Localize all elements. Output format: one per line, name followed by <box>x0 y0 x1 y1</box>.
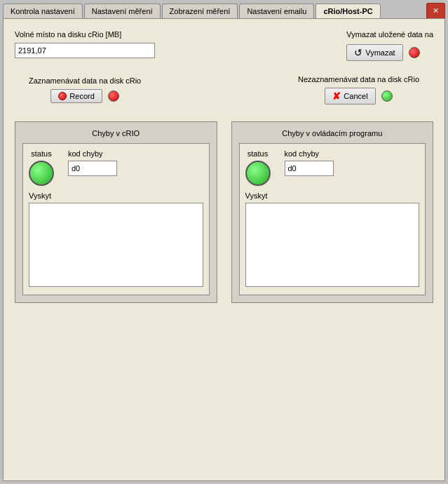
vymazat-row: ↺ Vymazat <box>346 44 419 61</box>
record-group: Zaznamenávat data na disk cRio Record <box>29 76 141 103</box>
x-icon: ✘ <box>332 90 341 102</box>
prog-error-title: Chyby v ovládacím programu <box>239 129 426 137</box>
record-cancel-section: Zaznamenávat data na disk cRio Record Ne… <box>15 75 433 105</box>
tab-kontrola[interactable]: Kontrola nastavení <box>3 4 83 18</box>
tab-zobrazeni-mereni[interactable]: Zobrazení měření <box>162 4 238 18</box>
prog-vyskyt-textarea[interactable] <box>245 203 420 287</box>
tab-nastaveni-mereni[interactable]: Nastavení měření <box>84 4 161 18</box>
record-indicator <box>108 90 119 102</box>
cancel-group: Nezaznamenávat data na disk cRio ✘ Cance… <box>298 75 419 105</box>
record-dot-icon <box>58 92 67 100</box>
crio-vyskyt-label: Vyskyt <box>29 191 203 200</box>
prog-kod-input[interactable] <box>285 161 334 176</box>
vymazat-button[interactable]: ↺ Vymazat <box>346 44 402 61</box>
prog-error-box: Chyby v ovládacím programu status kod ch… <box>231 121 434 303</box>
crio-vyskyt-textarea[interactable] <box>29 203 203 287</box>
crio-error-title: Chyby v cRIO <box>22 129 210 137</box>
prog-error-inner: status kod chyby Vyskyt <box>239 143 426 295</box>
cancel-label: Nezaznamenávat data na disk cRio <box>298 75 419 83</box>
crio-kod-group: kod chyby <box>68 149 117 176</box>
cancel-button[interactable]: ✘ Cancel <box>325 88 375 105</box>
record-button-label: Record <box>69 92 94 100</box>
disk-value-input[interactable] <box>15 43 155 58</box>
cancel-button-label: Cancel <box>344 92 367 100</box>
crio-error-box: Chyby v cRIO status kod chyby Vyskyt <box>15 121 217 303</box>
tab-bar: Kontrola nastavení Nastavení měření Zobr… <box>0 0 448 18</box>
prog-status-label: status <box>247 149 268 158</box>
tab-crio-host[interactable]: cRio/Host-PC <box>315 4 380 18</box>
prog-kod-label: kod chyby <box>285 149 334 158</box>
vymazat-label: Vymazat uložené data na <box>346 30 433 39</box>
crio-kod-label: kod chyby <box>68 149 117 158</box>
prog-status-indicator <box>245 161 271 186</box>
cancel-indicator <box>381 90 393 102</box>
record-btn-row: Record <box>50 89 118 103</box>
errors-section: Chyby v cRIO status kod chyby Vyskyt <box>15 121 433 303</box>
refresh-icon: ↺ <box>354 47 362 58</box>
vymazat-group: Vymazat uložené data na ↺ Vymazat <box>346 30 433 61</box>
main-content: Volné místo na disku cRio [MB] Vymazat u… <box>3 18 445 481</box>
close-tab-button[interactable]: ✕ <box>426 3 445 18</box>
vymazat-indicator <box>409 47 420 58</box>
cancel-btn-row: ✘ Cancel <box>325 88 392 105</box>
record-label: Zaznamenávat data na disk cRio <box>29 76 141 85</box>
crio-status-row: status kod chyby <box>29 149 203 186</box>
crio-status-indicator <box>29 161 54 186</box>
prog-status-row: status kod chyby <box>245 149 420 186</box>
prog-vyskyt-label: Vyskyt <box>245 191 420 200</box>
vymazat-button-label: Vymazat <box>365 48 395 57</box>
prog-kod-group: kod chyby <box>285 149 334 176</box>
top-section: Volné místo na disku cRio [MB] Vymazat u… <box>15 30 433 61</box>
crio-error-inner: status kod chyby Vyskyt <box>22 143 210 295</box>
disk-label: Volné místo na disku cRio [MB] <box>15 30 155 39</box>
crio-status-label: status <box>31 149 51 158</box>
crio-kod-input[interactable] <box>68 161 117 176</box>
crio-status-group: status <box>29 149 54 186</box>
tab-nastaveni-emailu[interactable]: Nastavení emailu <box>239 4 314 18</box>
prog-status-group: status <box>245 149 271 186</box>
record-button[interactable]: Record <box>50 89 102 103</box>
disk-space-group: Volné místo na disku cRio [MB] <box>15 30 155 58</box>
